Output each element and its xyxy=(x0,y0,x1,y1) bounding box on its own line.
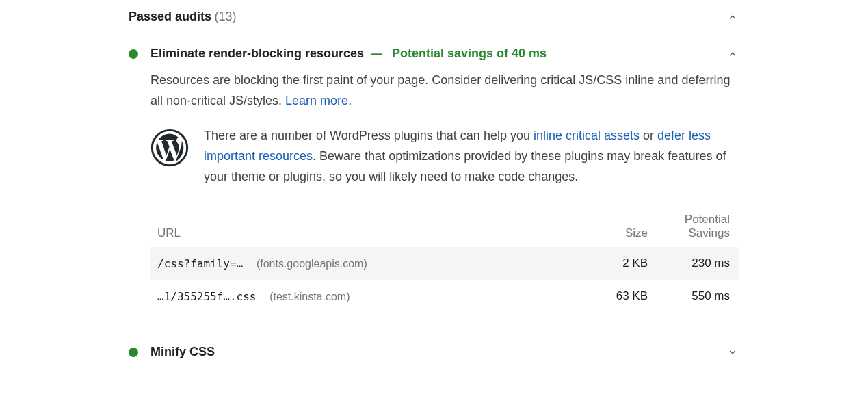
audit-title: Eliminate render-blocking resources xyxy=(150,47,364,60)
audit-details: Resources are blocking the first paint o… xyxy=(129,70,739,326)
resource-size: 2 KB xyxy=(582,247,657,280)
status-dot-pass-icon xyxy=(129,49,138,59)
chevron-up-icon xyxy=(726,47,739,61)
resource-size: 63 KB xyxy=(582,280,657,313)
dash: — xyxy=(371,48,382,60)
table-row: …1/355255f….css (test.kinsta.com) 63 KB … xyxy=(150,280,739,313)
desc-text: Resources are blocking the first paint o… xyxy=(150,73,730,107)
col-savings: Potential Savings xyxy=(657,206,739,247)
wordpress-icon xyxy=(150,129,189,167)
resource-path: …1/355255f….css xyxy=(157,290,257,303)
audit-description: Resources are blocking the first paint o… xyxy=(150,70,739,111)
col-size: Size xyxy=(582,206,657,247)
passed-audits-toggle[interactable]: Passed audits (13) xyxy=(129,0,739,34)
chevron-down-icon xyxy=(726,345,739,359)
col-savings-l2: Savings xyxy=(689,226,730,239)
audit-row-minify-css[interactable]: Minify CSS xyxy=(129,332,739,369)
audit-savings-label: Potential savings of 40 ms xyxy=(392,47,547,60)
resource-path: /css?family=… xyxy=(157,257,243,270)
inline-critical-assets-link[interactable]: inline critical assets xyxy=(534,129,640,142)
wordpress-tip: There are a number of WordPress plugins … xyxy=(204,126,739,187)
wp-text: There are a number of WordPress plugins … xyxy=(204,129,534,142)
chevron-up-icon xyxy=(726,10,739,24)
resource-savings: 550 ms xyxy=(657,280,739,313)
passed-audits-label: Passed audits xyxy=(129,10,211,23)
audit-title: Minify CSS xyxy=(150,345,215,359)
status-dot-pass-icon xyxy=(129,348,138,357)
resource-host: (fonts.googleapis.com) xyxy=(257,258,367,270)
audit-row-render-blocking[interactable]: Eliminate render-blocking resources — Po… xyxy=(129,34,739,70)
resource-savings: 230 ms xyxy=(657,247,739,280)
resource-host: (test.kinsta.com) xyxy=(269,291,350,302)
passed-audits-count: (13) xyxy=(215,10,237,23)
resources-table: URL Size Potential Savings /css?family=…… xyxy=(150,206,739,313)
col-savings-l1: Potential xyxy=(685,213,730,226)
wp-text: or xyxy=(640,129,657,142)
learn-more-link[interactable]: Learn more xyxy=(285,94,348,107)
col-url: URL xyxy=(150,206,582,247)
table-row: /css?family=… (fonts.googleapis.com) 2 K… xyxy=(150,247,739,280)
desc-text: . xyxy=(348,94,352,107)
